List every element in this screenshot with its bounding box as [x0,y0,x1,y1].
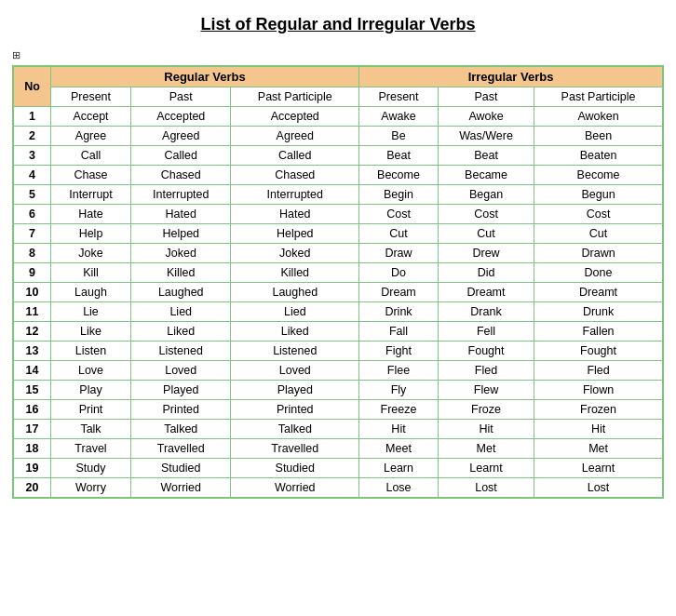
row-no: 19 [13,459,51,478]
table-row: 16PrintPrintedPrintedFreezeFrozeFrozen [13,400,663,420]
table-row: 11LieLiedLiedDrinkDrankDrunk [13,302,663,322]
table-row: 8JokeJokedJokedDrawDrewDrawn [13,244,663,263]
expand-icon[interactable]: ⊞ [12,49,20,61]
row-no: 8 [13,244,51,263]
irregular-pp: Awoken [534,107,663,127]
regular-past: Worried [130,478,231,499]
regular-pp: Agreed [231,127,359,146]
regular-past: Printed [130,400,231,420]
regular-pp: Liked [231,322,359,341]
row-no: 14 [13,361,51,381]
irregular-past: Drank [438,302,534,322]
irregular-past: Became [438,166,534,185]
regular-present: Play [51,381,131,400]
row-no: 16 [13,400,51,420]
irregular-past: Froze [438,400,534,420]
regular-past: Interrupted [130,185,231,205]
regular-past: Loved [130,361,231,381]
regular-present: Accept [51,107,131,127]
table-row: 17TalkTalkedTalkedHitHitHit [13,420,663,439]
row-no: 13 [13,341,51,361]
verbs-table: No Regular Verbs Irregular Verbs Present… [12,65,664,499]
irregular-pp: Cost [534,205,663,224]
irregular-present: Cut [359,224,439,244]
regular-present: Study [51,459,131,478]
regular-pp: Lied [231,302,359,322]
irregular-pp: Hit [534,420,663,439]
regular-pp: Studied [231,459,359,478]
regular-present: Hate [51,205,131,224]
row-no: 1 [13,107,51,127]
table-row: 14LoveLovedLovedFleeFledFled [13,361,663,381]
page-wrapper: List of Regular and Irregular Verbs ⊞ No… [12,9,664,499]
regular-pp: Listened [231,341,359,361]
table-row: 19StudyStudiedStudiedLearnLearntLearnt [13,459,663,478]
irregular-pp: Fallen [534,322,663,341]
regular-present: Worry [51,478,131,499]
irregular-past: Hit [438,420,534,439]
row-no: 10 [13,283,51,302]
irregular-past: Cut [438,224,534,244]
row-no: 3 [13,146,51,166]
row-no: 11 [13,302,51,322]
regular-past: Killed [130,263,231,283]
regular-pp: Played [231,381,359,400]
irregular-pp: Fought [534,341,663,361]
irregular-past-header: Past [438,87,534,107]
irregular-pp: Drawn [534,244,663,263]
regular-past-header: Past [130,87,231,107]
regular-present: Like [51,322,131,341]
row-no: 5 [13,185,51,205]
regular-pp: Printed [231,400,359,420]
table-row: 2AgreeAgreedAgreedBeWas/WereBeen [13,127,663,146]
row-no: 15 [13,381,51,400]
irregular-pp: Begun [534,185,663,205]
regular-pp: Talked [231,420,359,439]
regular-past: Travelled [130,439,231,459]
regular-pp: Joked [231,244,359,263]
regular-pp: Accepted [231,107,359,127]
regular-present: Listen [51,341,131,361]
row-no: 20 [13,478,51,499]
irregular-past: Drew [438,244,534,263]
irregular-pp: Dreamt [534,283,663,302]
regular-present-header: Present [51,87,131,107]
regular-past: Chased [130,166,231,185]
regular-pp: Helped [231,224,359,244]
irregular-present: Meet [359,439,439,459]
regular-past: Played [130,381,231,400]
irregular-present: Freeze [359,400,439,420]
regular-past: Studied [130,459,231,478]
irregular-past: Fell [438,322,534,341]
table-row: 10LaughLaughedLaughedDreamDreamtDreamt [13,283,663,302]
irregular-present-header: Present [359,87,439,107]
irregular-present: Fall [359,322,439,341]
regular-past: Joked [130,244,231,263]
regular-pp: Chased [231,166,359,185]
irregular-past: Fled [438,361,534,381]
table-row: 4ChaseChasedChasedBecomeBecameBecome [13,166,663,185]
table-row: 1AcceptAcceptedAcceptedAwakeAwokeAwoken [13,107,663,127]
row-no: 12 [13,322,51,341]
regular-present: Chase [51,166,131,185]
regular-past: Talked [130,420,231,439]
irregular-past: Beat [438,146,534,166]
irregular-present: Begin [359,185,439,205]
regular-pp: Travelled [231,439,359,459]
regular-past: Agreed [130,127,231,146]
regular-present: Help [51,224,131,244]
irregular-past: Fought [438,341,534,361]
page-title: List of Regular and Irregular Verbs [12,15,664,34]
irregular-past: Lost [438,478,534,499]
regular-pp: Interrupted [231,185,359,205]
table-row: 6HateHatedHatedCostCostCost [13,205,663,224]
regular-verbs-header: Regular Verbs [51,66,359,87]
irregular-pp: Lost [534,478,663,499]
regular-present: Talk [51,420,131,439]
regular-present: Print [51,400,131,420]
regular-present: Love [51,361,131,381]
regular-pp: Laughed [231,283,359,302]
irregular-present: Become [359,166,439,185]
row-no: 2 [13,127,51,146]
irregular-pp: Flown [534,381,663,400]
